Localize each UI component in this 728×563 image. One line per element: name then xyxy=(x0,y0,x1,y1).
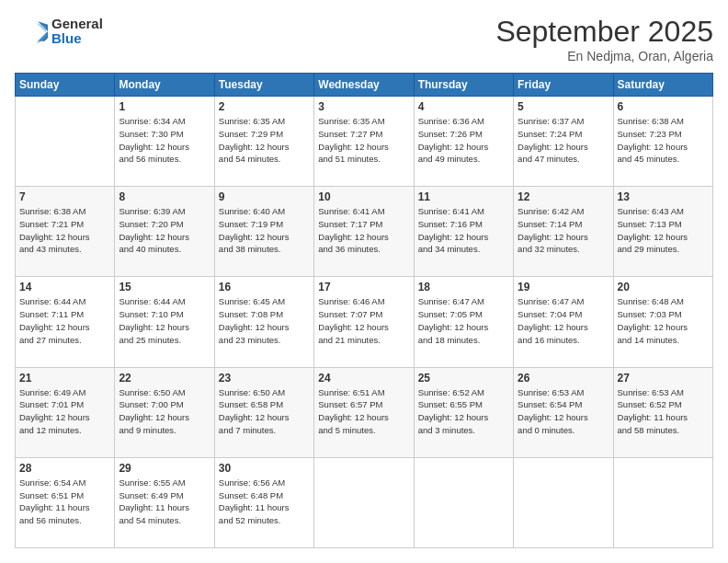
day-number: 12 xyxy=(518,190,609,203)
calendar-cell: 20Sunrise: 6:48 AM Sunset: 7:03 PM Dayli… xyxy=(613,277,712,367)
day-info: Sunrise: 6:47 AM Sunset: 7:05 PM Dayligh… xyxy=(418,295,509,346)
day-number: 9 xyxy=(219,190,310,203)
day-number: 15 xyxy=(119,281,210,293)
day-info: Sunrise: 6:43 AM Sunset: 7:13 PM Dayligh… xyxy=(618,205,709,256)
month-title: September 2025 xyxy=(495,15,713,49)
calendar-cell: 2Sunrise: 6:35 AM Sunset: 7:29 PM Daylig… xyxy=(214,97,313,187)
day-header-row: Sunday Monday Tuesday Wednesday Thursday… xyxy=(16,74,713,97)
calendar-cell xyxy=(314,457,414,547)
day-number: 18 xyxy=(418,281,509,293)
day-info: Sunrise: 6:50 AM Sunset: 6:58 PM Dayligh… xyxy=(219,386,310,437)
day-number: 13 xyxy=(618,190,709,203)
header-wednesday: Wednesday xyxy=(314,74,414,97)
day-info: Sunrise: 6:49 AM Sunset: 7:01 PM Dayligh… xyxy=(19,386,110,437)
day-info: Sunrise: 6:53 AM Sunset: 6:52 PM Dayligh… xyxy=(618,386,709,437)
day-number: 8 xyxy=(119,190,210,203)
day-info: Sunrise: 6:35 AM Sunset: 7:29 PM Dayligh… xyxy=(219,115,310,166)
calendar-cell: 25Sunrise: 6:52 AM Sunset: 6:55 PM Dayli… xyxy=(414,367,513,457)
day-info: Sunrise: 6:47 AM Sunset: 7:04 PM Dayligh… xyxy=(518,295,609,346)
day-number: 3 xyxy=(318,100,409,113)
calendar-cell: 3Sunrise: 6:35 AM Sunset: 7:27 PM Daylig… xyxy=(314,97,414,187)
day-info: Sunrise: 6:41 AM Sunset: 7:16 PM Dayligh… xyxy=(418,205,509,256)
calendar-cell: 5Sunrise: 6:37 AM Sunset: 7:24 PM Daylig… xyxy=(514,97,613,187)
calendar-cell: 13Sunrise: 6:43 AM Sunset: 7:13 PM Dayli… xyxy=(613,187,712,277)
calendar-cell: 21Sunrise: 6:49 AM Sunset: 7:01 PM Dayli… xyxy=(16,367,115,457)
day-info: Sunrise: 6:41 AM Sunset: 7:17 PM Dayligh… xyxy=(318,205,409,256)
day-number: 7 xyxy=(19,190,110,203)
day-number: 16 xyxy=(219,281,310,293)
header: General Blue September 2025 En Nedjma, O… xyxy=(15,15,713,63)
header-monday: Monday xyxy=(115,74,214,97)
calendar-cell: 18Sunrise: 6:47 AM Sunset: 7:05 PM Dayli… xyxy=(414,277,513,367)
day-number: 2 xyxy=(219,100,310,113)
calendar: Sunday Monday Tuesday Wednesday Thursday… xyxy=(15,73,713,548)
day-info: Sunrise: 6:50 AM Sunset: 7:00 PM Dayligh… xyxy=(119,386,210,437)
day-number: 26 xyxy=(518,372,609,385)
day-info: Sunrise: 6:48 AM Sunset: 7:03 PM Dayligh… xyxy=(618,295,709,346)
day-info: Sunrise: 6:38 AM Sunset: 7:21 PM Dayligh… xyxy=(19,205,110,256)
calendar-cell: 7Sunrise: 6:38 AM Sunset: 7:21 PM Daylig… xyxy=(16,187,115,277)
day-info: Sunrise: 6:39 AM Sunset: 7:20 PM Dayligh… xyxy=(119,205,210,256)
calendar-cell: 14Sunrise: 6:44 AM Sunset: 7:11 PM Dayli… xyxy=(16,277,115,367)
calendar-cell: 9Sunrise: 6:40 AM Sunset: 7:19 PM Daylig… xyxy=(214,187,313,277)
day-info: Sunrise: 6:54 AM Sunset: 6:51 PM Dayligh… xyxy=(19,477,110,527)
day-number: 19 xyxy=(518,281,609,293)
day-number: 28 xyxy=(19,462,110,475)
day-number: 27 xyxy=(618,372,709,385)
day-info: Sunrise: 6:44 AM Sunset: 7:11 PM Dayligh… xyxy=(19,295,110,346)
calendar-cell: 27Sunrise: 6:53 AM Sunset: 6:52 PM Dayli… xyxy=(613,367,712,457)
header-saturday: Saturday xyxy=(613,74,712,97)
day-number: 10 xyxy=(318,190,409,203)
day-number: 6 xyxy=(618,100,709,113)
logo-general: General xyxy=(51,17,103,32)
calendar-cell: 22Sunrise: 6:50 AM Sunset: 7:00 PM Dayli… xyxy=(115,367,214,457)
day-number: 23 xyxy=(219,372,310,385)
day-info: Sunrise: 6:36 AM Sunset: 7:26 PM Dayligh… xyxy=(418,115,509,166)
calendar-cell: 12Sunrise: 6:42 AM Sunset: 7:14 PM Dayli… xyxy=(514,187,613,277)
location: En Nedjma, Oran, Algeria xyxy=(495,49,713,63)
day-number: 24 xyxy=(318,372,409,385)
day-info: Sunrise: 6:56 AM Sunset: 6:48 PM Dayligh… xyxy=(219,477,310,527)
calendar-cell: 10Sunrise: 6:41 AM Sunset: 7:17 PM Dayli… xyxy=(314,187,414,277)
calendar-week-1: 1Sunrise: 6:34 AM Sunset: 7:30 PM Daylig… xyxy=(16,97,713,187)
title-block: September 2025 En Nedjma, Oran, Algeria xyxy=(495,15,713,63)
calendar-cell: 17Sunrise: 6:46 AM Sunset: 7:07 PM Dayli… xyxy=(314,277,414,367)
header-friday: Friday xyxy=(514,74,613,97)
day-number: 30 xyxy=(219,462,310,475)
calendar-cell: 24Sunrise: 6:51 AM Sunset: 6:57 PM Dayli… xyxy=(314,367,414,457)
calendar-cell xyxy=(414,457,513,547)
calendar-cell: 29Sunrise: 6:55 AM Sunset: 6:49 PM Dayli… xyxy=(115,457,214,547)
calendar-cell xyxy=(514,457,613,547)
day-info: Sunrise: 6:42 AM Sunset: 7:14 PM Dayligh… xyxy=(518,205,609,256)
calendar-body: 1Sunrise: 6:34 AM Sunset: 7:30 PM Daylig… xyxy=(16,97,713,548)
day-number: 17 xyxy=(318,281,409,293)
day-number: 14 xyxy=(19,281,110,293)
calendar-cell: 6Sunrise: 6:38 AM Sunset: 7:23 PM Daylig… xyxy=(613,97,712,187)
day-number: 4 xyxy=(418,100,509,113)
logo-blue: Blue xyxy=(51,31,103,47)
calendar-cell: 26Sunrise: 6:53 AM Sunset: 6:54 PM Dayli… xyxy=(514,367,613,457)
day-info: Sunrise: 6:40 AM Sunset: 7:19 PM Dayligh… xyxy=(219,205,310,256)
calendar-week-2: 7Sunrise: 6:38 AM Sunset: 7:21 PM Daylig… xyxy=(16,187,713,277)
day-info: Sunrise: 6:34 AM Sunset: 7:30 PM Dayligh… xyxy=(119,115,210,166)
day-info: Sunrise: 6:55 AM Sunset: 6:49 PM Dayligh… xyxy=(119,477,210,527)
day-info: Sunrise: 6:46 AM Sunset: 7:07 PM Dayligh… xyxy=(318,295,409,346)
logo-text: General Blue xyxy=(51,17,103,47)
calendar-week-5: 28Sunrise: 6:54 AM Sunset: 6:51 PM Dayli… xyxy=(16,457,713,547)
day-number: 5 xyxy=(518,100,609,113)
calendar-week-3: 14Sunrise: 6:44 AM Sunset: 7:11 PM Dayli… xyxy=(16,277,713,367)
day-number: 11 xyxy=(418,190,509,203)
day-info: Sunrise: 6:51 AM Sunset: 6:57 PM Dayligh… xyxy=(318,386,409,437)
calendar-cell: 23Sunrise: 6:50 AM Sunset: 6:58 PM Dayli… xyxy=(214,367,313,457)
day-number: 1 xyxy=(119,100,210,113)
calendar-cell: 1Sunrise: 6:34 AM Sunset: 7:30 PM Daylig… xyxy=(115,97,214,187)
day-number: 25 xyxy=(418,372,509,385)
calendar-cell xyxy=(16,97,115,187)
day-info: Sunrise: 6:52 AM Sunset: 6:55 PM Dayligh… xyxy=(418,386,509,437)
day-info: Sunrise: 6:53 AM Sunset: 6:54 PM Dayligh… xyxy=(518,386,609,437)
header-tuesday: Tuesday xyxy=(214,74,313,97)
day-info: Sunrise: 6:44 AM Sunset: 7:10 PM Dayligh… xyxy=(119,295,210,346)
calendar-cell: 30Sunrise: 6:56 AM Sunset: 6:48 PM Dayli… xyxy=(214,457,313,547)
header-sunday: Sunday xyxy=(16,74,115,97)
logo-icon xyxy=(15,15,48,48)
